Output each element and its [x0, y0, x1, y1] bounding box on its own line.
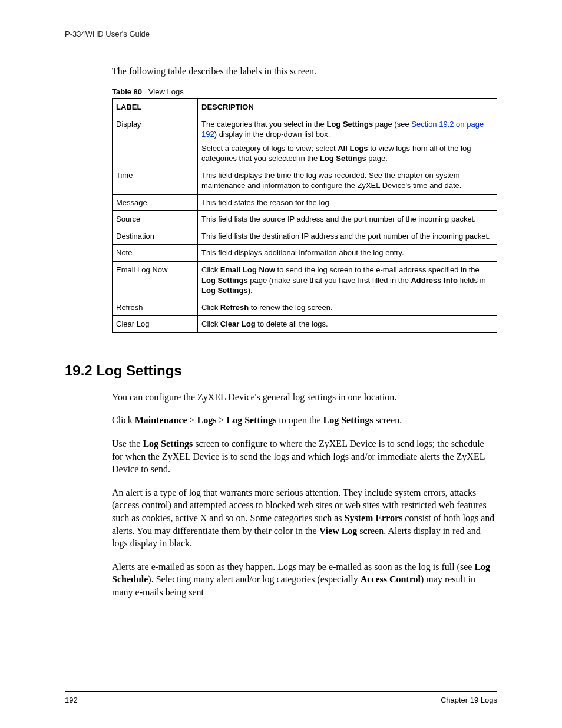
table-row: Clear Log Click Clear Log to delete all …: [113, 316, 497, 333]
body-paragraph: Alerts are e-mailed as soon as they happ…: [112, 561, 497, 599]
cell-desc: This field displays the time the log was…: [198, 167, 497, 194]
cell-label: Source: [113, 211, 198, 228]
col-header-label: LABEL: [113, 99, 198, 116]
cell-desc: This field displays additional informati…: [198, 245, 497, 262]
cell-desc: This field lists the destination IP addr…: [198, 228, 497, 245]
body-paragraph: Use the Log Settings screen to configure…: [112, 437, 497, 476]
cell-label: Note: [113, 245, 198, 262]
cell-desc: Click Refresh to renew the log screen.: [198, 299, 497, 316]
table-number: Table 80: [112, 87, 142, 96]
table-row: Note This field displays additional info…: [113, 245, 497, 262]
col-header-description: DESCRIPTION: [198, 99, 497, 116]
running-header: P-334WHD User's Guide: [65, 29, 497, 42]
body-paragraph: An alert is a type of log that warrants …: [112, 486, 497, 550]
table-row: Destination This field lists the destina…: [113, 228, 497, 245]
table-row: Email Log Now Click Email Log Now to sen…: [113, 262, 497, 299]
intro-paragraph: The following table describes the labels…: [112, 66, 497, 77]
page-footer: 192 Chapter 19 Logs: [65, 691, 497, 704]
cell-label: Clear Log: [113, 316, 198, 333]
cell-label: Display: [113, 116, 198, 167]
chapter-label: Chapter 19 Logs: [441, 696, 497, 704]
body-paragraph: Click Maintenance > Logs > Log Settings …: [112, 414, 497, 427]
body-paragraph: You can configure the ZyXEL Device's gen…: [112, 391, 497, 404]
view-logs-table: LABEL DESCRIPTION Display The categories…: [112, 98, 497, 333]
cell-desc: Click Clear Log to delete all the logs.: [198, 316, 497, 333]
cell-label: Email Log Now: [113, 262, 198, 299]
cell-desc: This field lists the source IP address a…: [198, 211, 497, 228]
section-heading-19-2: 19.2 Log Settings: [65, 363, 497, 379]
table-title: View Logs: [148, 87, 184, 96]
table-row: Refresh Click Refresh to renew the log s…: [113, 299, 497, 316]
cell-label: Message: [113, 194, 198, 211]
cell-label: Refresh: [113, 299, 198, 316]
table-row: Display The categories that you select i…: [113, 116, 497, 167]
cell-label: Destination: [113, 228, 198, 245]
page-number: 192: [65, 696, 78, 704]
cell-label: Time: [113, 167, 198, 194]
table-row: Source This field lists the source IP ad…: [113, 211, 497, 228]
cell-desc: This field states the reason for the log…: [198, 194, 497, 211]
cell-desc: The categories that you select in the Lo…: [198, 116, 497, 167]
table-caption: Table 80 View Logs: [112, 87, 497, 96]
cell-desc: Click Email Log Now to send the log scre…: [198, 262, 497, 299]
table-header-row: LABEL DESCRIPTION: [113, 99, 497, 116]
table-row: Time This field displays the time the lo…: [113, 167, 497, 194]
table-row: Message This field states the reason for…: [113, 194, 497, 211]
